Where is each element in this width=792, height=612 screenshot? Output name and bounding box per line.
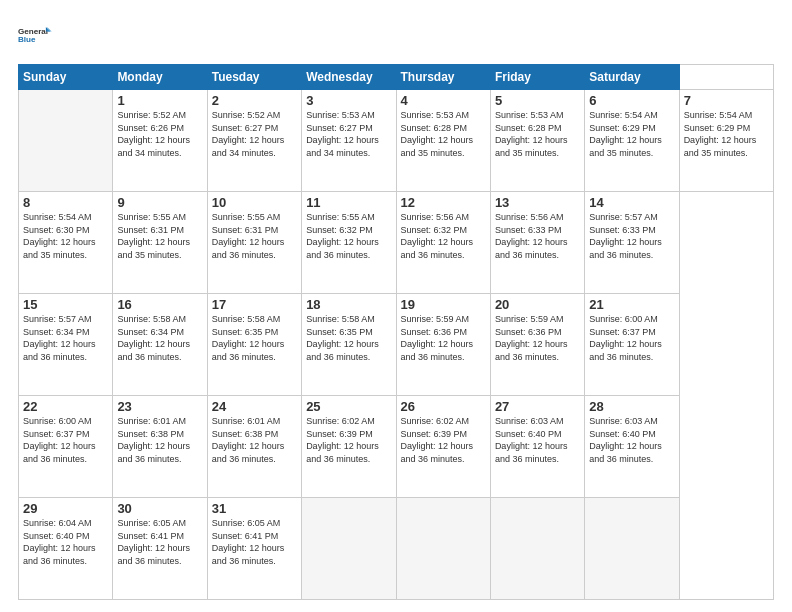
calendar-day-header: Monday [113,65,207,90]
header: General Blue [18,18,774,54]
calendar-day-cell: 28 Sunrise: 6:03 AMSunset: 6:40 PMDaylig… [585,396,679,498]
day-detail: Sunrise: 5:58 AMSunset: 6:35 PMDaylight:… [212,314,285,362]
calendar-day-header: Tuesday [207,65,301,90]
day-detail: Sunrise: 5:52 AMSunset: 6:26 PMDaylight:… [117,110,190,158]
calendar-week-row: 22 Sunrise: 6:00 AMSunset: 6:37 PMDaylig… [19,396,774,498]
calendar-day-cell: 12 Sunrise: 5:56 AMSunset: 6:32 PMDaylig… [396,192,490,294]
day-number: 22 [23,399,108,414]
day-number: 6 [589,93,674,108]
logo: General Blue [18,18,54,54]
calendar-week-row: 29 Sunrise: 6:04 AMSunset: 6:40 PMDaylig… [19,498,774,600]
day-detail: Sunrise: 6:00 AMSunset: 6:37 PMDaylight:… [589,314,662,362]
day-number: 9 [117,195,202,210]
day-detail: Sunrise: 5:56 AMSunset: 6:32 PMDaylight:… [401,212,474,260]
logo-svg: General Blue [18,18,54,54]
day-number: 29 [23,501,108,516]
calendar-day-cell: 11 Sunrise: 5:55 AMSunset: 6:32 PMDaylig… [302,192,396,294]
day-detail: Sunrise: 5:53 AMSunset: 6:27 PMDaylight:… [306,110,379,158]
day-detail: Sunrise: 5:58 AMSunset: 6:34 PMDaylight:… [117,314,190,362]
day-detail: Sunrise: 5:54 AMSunset: 6:29 PMDaylight:… [589,110,662,158]
calendar-day-cell [302,498,396,600]
day-number: 30 [117,501,202,516]
calendar-day-header: Saturday [585,65,679,90]
calendar-day-cell: 3 Sunrise: 5:53 AMSunset: 6:27 PMDayligh… [302,90,396,192]
calendar-day-cell [19,90,113,192]
day-number: 26 [401,399,486,414]
day-number: 15 [23,297,108,312]
calendar-day-header: Friday [490,65,584,90]
day-detail: Sunrise: 5:55 AMSunset: 6:31 PMDaylight:… [212,212,285,260]
day-detail: Sunrise: 5:55 AMSunset: 6:31 PMDaylight:… [117,212,190,260]
day-detail: Sunrise: 5:54 AMSunset: 6:29 PMDaylight:… [684,110,757,158]
day-number: 12 [401,195,486,210]
page: General Blue SundayMondayTuesdayWednesda… [0,0,792,612]
calendar-week-row: 1 Sunrise: 5:52 AMSunset: 6:26 PMDayligh… [19,90,774,192]
calendar-day-cell: 10 Sunrise: 5:55 AMSunset: 6:31 PMDaylig… [207,192,301,294]
calendar-day-cell: 9 Sunrise: 5:55 AMSunset: 6:31 PMDayligh… [113,192,207,294]
day-detail: Sunrise: 6:04 AMSunset: 6:40 PMDaylight:… [23,518,96,566]
calendar-day-cell: 23 Sunrise: 6:01 AMSunset: 6:38 PMDaylig… [113,396,207,498]
day-detail: Sunrise: 5:55 AMSunset: 6:32 PMDaylight:… [306,212,379,260]
day-detail: Sunrise: 5:54 AMSunset: 6:30 PMDaylight:… [23,212,96,260]
calendar-day-cell: 26 Sunrise: 6:02 AMSunset: 6:39 PMDaylig… [396,396,490,498]
day-number: 23 [117,399,202,414]
day-number: 16 [117,297,202,312]
day-number: 13 [495,195,580,210]
day-detail: Sunrise: 5:59 AMSunset: 6:36 PMDaylight:… [401,314,474,362]
calendar-day-cell: 15 Sunrise: 5:57 AMSunset: 6:34 PMDaylig… [19,294,113,396]
calendar-day-cell: 31 Sunrise: 6:05 AMSunset: 6:41 PMDaylig… [207,498,301,600]
calendar-day-cell: 18 Sunrise: 5:58 AMSunset: 6:35 PMDaylig… [302,294,396,396]
day-detail: Sunrise: 6:02 AMSunset: 6:39 PMDaylight:… [401,416,474,464]
calendar-day-cell: 14 Sunrise: 5:57 AMSunset: 6:33 PMDaylig… [585,192,679,294]
day-detail: Sunrise: 5:57 AMSunset: 6:34 PMDaylight:… [23,314,96,362]
calendar-day-cell [396,498,490,600]
calendar-day-cell: 21 Sunrise: 6:00 AMSunset: 6:37 PMDaylig… [585,294,679,396]
day-detail: Sunrise: 6:01 AMSunset: 6:38 PMDaylight:… [212,416,285,464]
calendar-day-cell: 1 Sunrise: 5:52 AMSunset: 6:26 PMDayligh… [113,90,207,192]
calendar-day-cell: 20 Sunrise: 5:59 AMSunset: 6:36 PMDaylig… [490,294,584,396]
day-number: 1 [117,93,202,108]
day-number: 19 [401,297,486,312]
day-number: 24 [212,399,297,414]
calendar-day-cell: 7 Sunrise: 5:54 AMSunset: 6:29 PMDayligh… [679,90,773,192]
day-number: 2 [212,93,297,108]
calendar-day-cell [585,498,679,600]
calendar-day-cell: 2 Sunrise: 5:52 AMSunset: 6:27 PMDayligh… [207,90,301,192]
day-number: 27 [495,399,580,414]
day-detail: Sunrise: 5:56 AMSunset: 6:33 PMDaylight:… [495,212,568,260]
calendar-day-cell: 8 Sunrise: 5:54 AMSunset: 6:30 PMDayligh… [19,192,113,294]
day-number: 20 [495,297,580,312]
svg-text:Blue: Blue [18,35,36,44]
calendar-day-cell: 16 Sunrise: 5:58 AMSunset: 6:34 PMDaylig… [113,294,207,396]
day-detail: Sunrise: 6:03 AMSunset: 6:40 PMDaylight:… [495,416,568,464]
day-detail: Sunrise: 6:00 AMSunset: 6:37 PMDaylight:… [23,416,96,464]
day-number: 4 [401,93,486,108]
calendar-day-cell: 22 Sunrise: 6:00 AMSunset: 6:37 PMDaylig… [19,396,113,498]
calendar-table: SundayMondayTuesdayWednesdayThursdayFrid… [18,64,774,600]
day-detail: Sunrise: 6:03 AMSunset: 6:40 PMDaylight:… [589,416,662,464]
calendar-day-header: Thursday [396,65,490,90]
day-number: 17 [212,297,297,312]
day-number: 11 [306,195,391,210]
day-detail: Sunrise: 5:57 AMSunset: 6:33 PMDaylight:… [589,212,662,260]
day-number: 25 [306,399,391,414]
calendar-day-cell: 24 Sunrise: 6:01 AMSunset: 6:38 PMDaylig… [207,396,301,498]
day-number: 14 [589,195,674,210]
calendar-day-cell: 17 Sunrise: 5:58 AMSunset: 6:35 PMDaylig… [207,294,301,396]
day-detail: Sunrise: 5:53 AMSunset: 6:28 PMDaylight:… [401,110,474,158]
calendar-week-row: 15 Sunrise: 5:57 AMSunset: 6:34 PMDaylig… [19,294,774,396]
calendar-day-cell: 30 Sunrise: 6:05 AMSunset: 6:41 PMDaylig… [113,498,207,600]
calendar-day-cell: 19 Sunrise: 5:59 AMSunset: 6:36 PMDaylig… [396,294,490,396]
calendar-day-cell: 6 Sunrise: 5:54 AMSunset: 6:29 PMDayligh… [585,90,679,192]
day-detail: Sunrise: 6:05 AMSunset: 6:41 PMDaylight:… [117,518,190,566]
calendar-day-cell: 29 Sunrise: 6:04 AMSunset: 6:40 PMDaylig… [19,498,113,600]
calendar-day-cell: 25 Sunrise: 6:02 AMSunset: 6:39 PMDaylig… [302,396,396,498]
calendar-day-cell [490,498,584,600]
calendar-day-cell: 27 Sunrise: 6:03 AMSunset: 6:40 PMDaylig… [490,396,584,498]
calendar-header-row: SundayMondayTuesdayWednesdayThursdayFrid… [19,65,774,90]
day-detail: Sunrise: 5:58 AMSunset: 6:35 PMDaylight:… [306,314,379,362]
day-number: 18 [306,297,391,312]
day-detail: Sunrise: 6:02 AMSunset: 6:39 PMDaylight:… [306,416,379,464]
calendar-week-row: 8 Sunrise: 5:54 AMSunset: 6:30 PMDayligh… [19,192,774,294]
day-detail: Sunrise: 5:53 AMSunset: 6:28 PMDaylight:… [495,110,568,158]
